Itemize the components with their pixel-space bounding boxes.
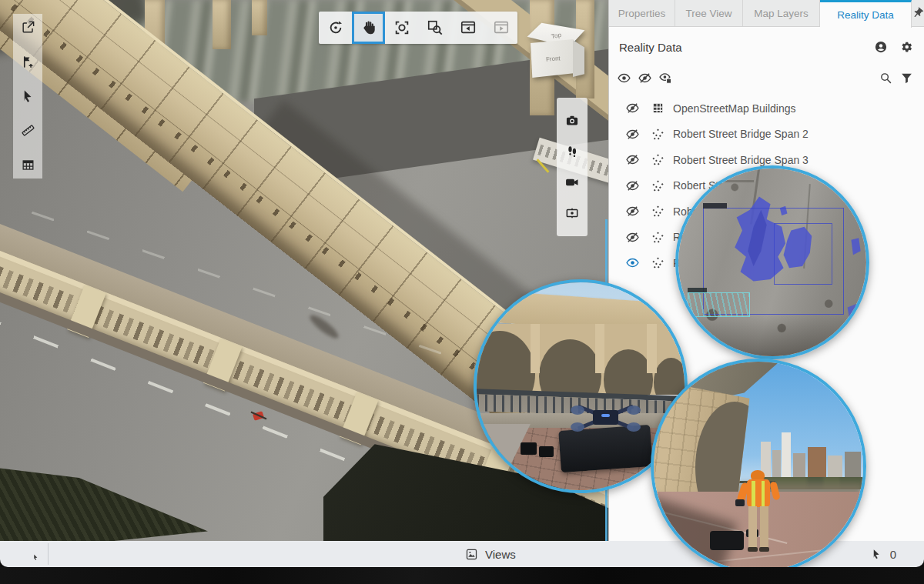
select-tool-button[interactable]: [21, 89, 35, 104]
reality-mesh-icon: [651, 128, 665, 141]
visibility-toggle[interactable]: [626, 205, 640, 218]
callout-defect-detection: [675, 165, 869, 359]
bar-divider: [48, 543, 49, 565]
search-icon: [879, 72, 892, 85]
next-view-icon: [493, 19, 510, 36]
tab-tree-view[interactable]: Tree View: [675, 0, 743, 26]
bridge-arches: [477, 324, 685, 395]
item-label: Robert Street Bridge Span 3: [673, 154, 808, 166]
video-camera-icon: [564, 175, 580, 190]
show-all-button[interactable]: [618, 72, 631, 85]
measure-tool-button[interactable]: [21, 123, 35, 138]
tab-reality-data[interactable]: Reality Data: [820, 0, 912, 28]
selection-count: 0: [871, 541, 896, 567]
reality-mesh-icon: [651, 205, 665, 218]
reality-mesh-icon: [651, 153, 665, 166]
hand-pan-icon: [360, 19, 377, 36]
zoom-window-button[interactable]: [418, 12, 451, 44]
search-button[interactable]: [879, 72, 892, 85]
pin-panel-button[interactable]: [912, 0, 924, 26]
visibility-toggle[interactable]: [626, 102, 640, 115]
reality-mesh-icon: [651, 179, 665, 192]
fit-view-icon: [393, 19, 410, 36]
visibility-toggle[interactable]: [626, 256, 640, 269]
photo-grid-button[interactable]: [21, 158, 35, 172]
center-view-button[interactable]: [564, 205, 580, 221]
previous-view-button[interactable]: [451, 12, 484, 44]
drone-controller: [735, 499, 745, 507]
views-icon: [465, 548, 478, 561]
panel-header: Reality Data: [619, 35, 913, 58]
gear-icon: [899, 40, 913, 54]
eye-model-icon: [659, 72, 672, 85]
panel-tab-bar: Properties Tree View Map Layers Reality …: [609, 0, 924, 27]
orbit-tool-button[interactable]: [319, 12, 352, 44]
eye-off-icon: [626, 128, 639, 141]
center-target-icon: [564, 205, 580, 221]
eye-off-icon: [626, 153, 639, 166]
settings-button[interactable]: [899, 40, 913, 54]
filter-button[interactable]: [900, 72, 913, 85]
eye-icon: [618, 72, 631, 85]
visibility-toggle[interactable]: [626, 179, 640, 192]
footprints-icon: [564, 144, 580, 159]
view-cube-side-face[interactable]: [573, 40, 584, 77]
visibility-toggle[interactable]: [626, 231, 640, 244]
zoom-window-icon: [427, 19, 444, 36]
eye-off-icon: [626, 102, 639, 115]
visibility-controls: [618, 68, 913, 88]
visibility-toggle[interactable]: [626, 128, 640, 141]
view-cube-top-label: Top: [551, 31, 561, 39]
visibility-toggle[interactable]: [626, 153, 640, 166]
user-avatar-icon[interactable]: [874, 40, 888, 54]
red-drone: [250, 410, 267, 422]
crack-annotation-box: [688, 292, 750, 317]
view-cube-front-label: Front: [545, 55, 560, 62]
add-annotation-button[interactable]: [21, 55, 35, 69]
pan-tool-button[interactable]: [352, 12, 385, 44]
views-button[interactable]: Views: [465, 541, 516, 567]
video-record-button[interactable]: [564, 175, 580, 190]
item-label: Robert Street Bridge Span 2: [673, 128, 808, 140]
view-cube-front-face[interactable]: Front: [531, 39, 575, 78]
tab-map-layers[interactable]: Map Layers: [743, 0, 820, 26]
bridge-pier: [252, 0, 267, 35]
add-annotation-icon: [21, 55, 35, 69]
share-icon: [21, 20, 35, 35]
bottom-black-strip: [0, 567, 924, 584]
camera-icon: [564, 113, 580, 128]
hide-all-button[interactable]: [638, 72, 651, 85]
select-cursor-icon: [21, 89, 35, 104]
eye-off-icon: [626, 179, 639, 192]
fit-view-button[interactable]: [385, 12, 418, 44]
views-label: Views: [485, 548, 516, 561]
eye-icon: [626, 256, 639, 269]
previous-view-icon: [460, 19, 477, 36]
pin-icon: [912, 7, 924, 19]
bridge-pier: [213, 0, 231, 49]
tab-properties[interactable]: Properties: [609, 0, 675, 26]
application-window: Top Front Properties Tree View Map Layer…: [0, 0, 924, 584]
reality-mesh-icon: [651, 256, 665, 269]
list-item[interactable]: Robert Street Bridge Span 2: [609, 122, 924, 148]
walk-mode-button[interactable]: [564, 144, 580, 159]
markup-toolbar: [13, 14, 42, 179]
safety-vest: [747, 479, 770, 507]
item-label: OpenStreetMap Buildings: [673, 102, 796, 115]
view-cube[interactable]: Top Front: [526, 19, 589, 82]
drone-pilot: [738, 470, 779, 562]
eye-off-icon: [626, 231, 639, 244]
filter-icon: [900, 72, 913, 85]
navigation-toolbar: [319, 12, 517, 44]
invert-visibility-button[interactable]: [659, 72, 672, 85]
orbit-icon: [327, 19, 344, 36]
list-item[interactable]: OpenStreetMap Buildings: [609, 95, 924, 122]
next-view-button[interactable]: [484, 12, 517, 44]
eye-off-icon: [626, 205, 639, 218]
photo-camera-button[interactable]: [564, 113, 580, 128]
reality-mesh-icon: [651, 231, 665, 244]
cursor-icon: [871, 549, 882, 560]
mini-cursor-icon: [32, 554, 39, 561]
eye-off-icon: [638, 72, 651, 85]
share-button[interactable]: [21, 20, 35, 35]
